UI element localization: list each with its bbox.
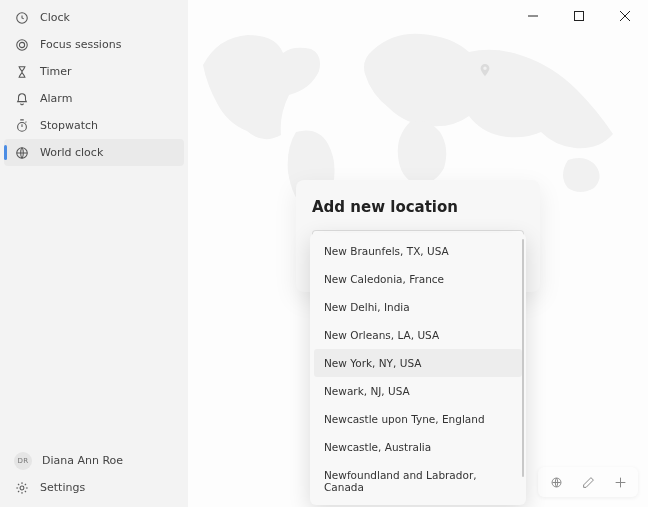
result-item[interactable]: Newfoundland and Labrador, Canada bbox=[314, 461, 522, 501]
result-item[interactable]: New Braunfels, TX, USA bbox=[314, 237, 522, 265]
sidebar-item-alarm[interactable]: Alarm bbox=[4, 85, 184, 112]
result-item[interactable]: Newark, NJ, USA bbox=[314, 377, 522, 405]
avatar: DR bbox=[14, 452, 32, 470]
sidebar-settings[interactable]: Settings bbox=[4, 474, 184, 501]
svg-point-6 bbox=[19, 42, 24, 47]
map-toggle-button[interactable] bbox=[540, 469, 572, 495]
result-item[interactable]: Newcastle, Australia bbox=[314, 433, 522, 461]
target-icon bbox=[14, 37, 30, 53]
stopwatch-icon bbox=[14, 118, 30, 134]
user-name: Diana Ann Roe bbox=[42, 454, 123, 467]
sidebar-item-timer[interactable]: Timer bbox=[4, 58, 184, 85]
sidebar-item-label: World clock bbox=[40, 146, 103, 159]
hourglass-icon bbox=[14, 64, 30, 80]
footer-toolbar bbox=[538, 467, 638, 497]
window-controls bbox=[510, 0, 648, 32]
result-item[interactable]: Newcastle upon Tyne, England bbox=[314, 405, 522, 433]
svg-rect-1 bbox=[575, 12, 584, 21]
sidebar-item-stopwatch[interactable]: Stopwatch bbox=[4, 112, 184, 139]
gear-icon bbox=[14, 480, 30, 496]
settings-label: Settings bbox=[40, 481, 85, 494]
minimize-button[interactable] bbox=[510, 0, 556, 32]
sidebar-item-label: Clock bbox=[40, 11, 70, 24]
scrollbar[interactable] bbox=[522, 239, 524, 477]
sidebar-item-label: Alarm bbox=[40, 92, 72, 105]
result-item[interactable]: New York, NY, USA bbox=[314, 349, 522, 377]
close-button[interactable] bbox=[602, 0, 648, 32]
globe-icon bbox=[14, 145, 30, 161]
dialog-title: Add new location bbox=[312, 198, 524, 216]
sidebar-item-clock[interactable]: Clock bbox=[4, 4, 184, 31]
edit-button[interactable] bbox=[572, 469, 604, 495]
sidebar-item-label: Timer bbox=[40, 65, 71, 78]
result-item[interactable]: New Caledonia, France bbox=[314, 265, 522, 293]
svg-point-9 bbox=[20, 486, 24, 490]
sidebar-item-focus[interactable]: Focus sessions bbox=[4, 31, 184, 58]
result-item[interactable]: New Delhi, India bbox=[314, 293, 522, 321]
result-item[interactable]: New Orleans, LA, USA bbox=[314, 321, 522, 349]
sidebar-item-label: Focus sessions bbox=[40, 38, 121, 51]
maximize-button[interactable] bbox=[556, 0, 602, 32]
svg-point-5 bbox=[17, 39, 28, 50]
add-button[interactable] bbox=[604, 469, 636, 495]
sidebar-user[interactable]: DR Diana Ann Roe bbox=[4, 447, 184, 474]
map-pin-icon bbox=[478, 62, 492, 81]
sidebar: Clock Focus sessions Timer Alarm Stopwat… bbox=[0, 0, 188, 507]
bell-icon bbox=[14, 91, 30, 107]
sidebar-item-label: Stopwatch bbox=[40, 119, 98, 132]
main-content: Add new location New Braunfels, TX, USA … bbox=[188, 0, 648, 507]
search-results-dropdown: New Braunfels, TX, USA New Caledonia, Fr… bbox=[310, 233, 526, 505]
clock-icon bbox=[14, 10, 30, 26]
sidebar-item-worldclock[interactable]: World clock bbox=[4, 139, 184, 166]
